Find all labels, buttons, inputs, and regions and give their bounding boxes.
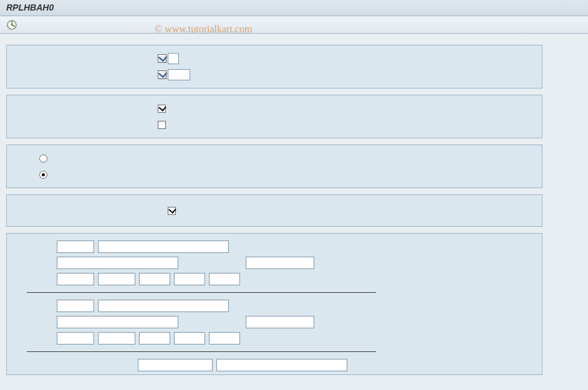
g5-b2-r3-f5[interactable] — [209, 332, 240, 345]
g5-b2-r3-f2[interactable] — [98, 332, 135, 345]
g5-b2-r3-f1[interactable] — [57, 332, 94, 345]
g5-b1-r1-f2[interactable] — [98, 240, 229, 253]
group3-radio-1[interactable] — [39, 155, 47, 163]
g5-b1-r3-f2[interactable] — [98, 273, 135, 285]
execute-icon[interactable] — [6, 19, 17, 31]
group1-checkbox-2[interactable] — [158, 70, 166, 79]
g5-b2-r1-f2[interactable] — [98, 300, 229, 312]
g5-b1-r2-f2[interactable] — [246, 257, 314, 269]
separator-2 — [27, 351, 376, 352]
g5-b2-r2-f2[interactable] — [246, 316, 314, 328]
group-box-2 — [6, 95, 542, 138]
title-bar: RPLHBAH0 — [0, 0, 588, 16]
group-box-4 — [6, 194, 542, 227]
group-box-5 — [6, 233, 542, 375]
g5-b1-r3-f1[interactable] — [57, 273, 94, 285]
group4-checkbox-1[interactable] — [168, 207, 176, 215]
g5-b1-r3-f3[interactable] — [139, 273, 170, 285]
separator-1 — [27, 292, 376, 293]
g5-b3-r1-f1[interactable] — [138, 359, 213, 371]
group3-radio-2[interactable] — [39, 171, 47, 179]
g5-b2-r1-f1[interactable] — [57, 300, 94, 312]
g5-b1-r3-f5[interactable] — [209, 273, 240, 285]
group-box-3 — [6, 145, 542, 188]
group1-checkbox-1[interactable] — [158, 54, 166, 63]
g5-b2-r3-f3[interactable] — [139, 332, 170, 345]
g5-b1-r2-f1[interactable] — [57, 257, 178, 269]
g5-b2-r3-f4[interactable] — [174, 332, 205, 345]
g5-b3-r1-f2[interactable] — [216, 359, 347, 371]
group1-field-2[interactable] — [168, 69, 190, 80]
group2-checkbox-2[interactable] — [158, 121, 166, 129]
g5-b1-r3-f4[interactable] — [174, 273, 205, 285]
g5-b2-r2-f1[interactable] — [57, 316, 178, 328]
group1-field-1[interactable] — [168, 53, 179, 64]
toolbar — [0, 16, 588, 34]
group2-checkbox-1[interactable] — [158, 105, 166, 113]
page-title: RPLHBAH0 — [6, 2, 54, 12]
content-area — [0, 34, 588, 381]
svg-point-1 — [11, 24, 12, 25]
group-box-1 — [6, 45, 542, 88]
g5-b1-r1-f1[interactable] — [57, 240, 94, 253]
